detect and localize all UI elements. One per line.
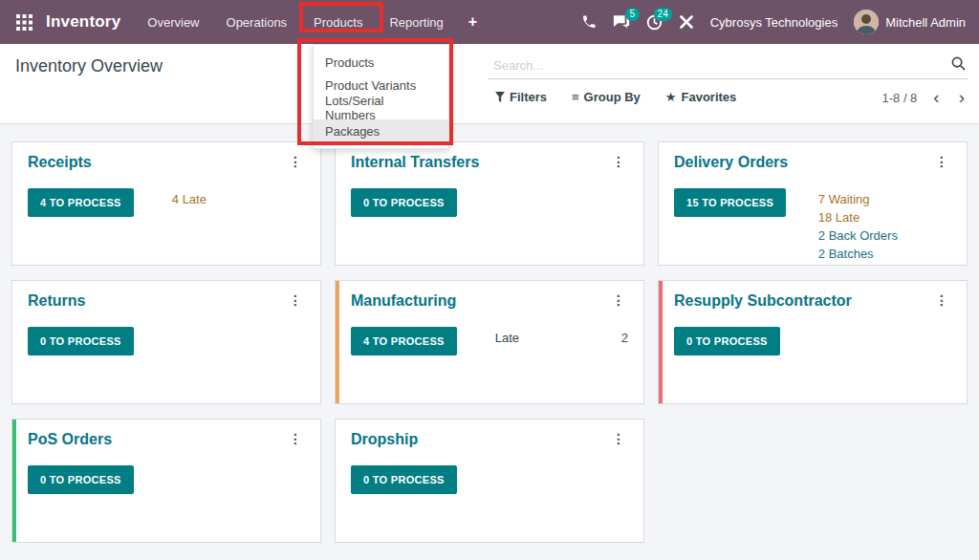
card-accent-stripe — [659, 281, 663, 403]
card-stat-2-back-orders[interactable]: 2 Back Orders — [818, 226, 951, 245]
plus-menu-icon[interactable]: + — [457, 13, 489, 31]
kanban-card-receipts[interactable]: Receipts ⋮ 4 TO PROCESS 4 Late — [11, 141, 321, 266]
card-title[interactable]: Returns — [28, 292, 85, 310]
filters-label: Filters — [510, 90, 547, 104]
nav-item-products[interactable]: Products — [300, 0, 376, 44]
stat-text: 2 Back Orders — [818, 228, 898, 243]
card-header: Returns ⋮ — [28, 292, 305, 310]
card-header: Dropship ⋮ — [351, 431, 628, 448]
group-by-icon: ≡ — [572, 90, 579, 104]
user-avatar-svg — [854, 10, 879, 34]
pager-value: 1-8 / 8 — [881, 91, 917, 105]
card-stat-2-batches[interactable]: 2 Batches — [818, 245, 951, 263]
nav-item-reporting[interactable]: Reporting — [376, 0, 456, 44]
favorites-star-icon: ★ — [665, 90, 677, 104]
to-process-button[interactable]: 4 TO PROCESS — [351, 327, 457, 355]
kanban-card-resupply-subcontractor[interactable]: Resupply Subcontractor ⋮ 0 TO PROCESS — [658, 280, 968, 404]
phone-icon[interactable] — [581, 14, 597, 30]
card-stats — [172, 465, 305, 494]
products-dropdown-menu: ProductsProduct VariantsLots/Serial Numb… — [313, 44, 449, 149]
kanban-card-manufacturing[interactable]: Manufacturing ⋮ 4 TO PROCESS Late2 — [335, 280, 644, 404]
to-process-button[interactable]: 0 TO PROCESS — [351, 465, 457, 494]
group-by-label: Group By — [584, 90, 641, 104]
card-header: Resupply Subcontractor ⋮ — [674, 292, 951, 310]
filters-button[interactable]: Filters — [495, 90, 547, 104]
app-name[interactable]: Inventory — [46, 12, 120, 32]
card-title[interactable]: PoS Orders — [28, 431, 112, 448]
card-button-zone: 4 TO PROCESS — [28, 188, 172, 217]
card-title[interactable]: Delivery Orders — [674, 154, 788, 171]
kebab-menu-icon[interactable]: ⋮ — [609, 154, 628, 169]
card-body: 0 TO PROCESS — [674, 327, 951, 355]
card-body: 4 TO PROCESS 4 Late — [28, 188, 305, 217]
card-title[interactable]: Receipts — [28, 154, 92, 171]
tools-wrench-icon[interactable] — [679, 14, 694, 30]
kebab-menu-icon[interactable]: ⋮ — [932, 292, 951, 308]
card-stat-7-waiting[interactable]: 7 Waiting — [818, 190, 951, 208]
kanban-card-delivery-orders[interactable]: Delivery Orders ⋮ 15 TO PROCESS 7 Waitin… — [658, 141, 968, 266]
dropdown-item-packages[interactable]: Packages — [314, 119, 448, 142]
page-title: Inventory Overview — [15, 56, 163, 76]
dropdown-item-products[interactable]: Products — [314, 51, 448, 74]
nav-item-operations[interactable]: Operations — [213, 0, 301, 44]
dropdown-item-lots-serial-numbers[interactable]: Lots/Serial Numbers — [314, 97, 448, 119]
user-name: Mitchell Admin — [885, 15, 966, 30]
kebab-menu-icon[interactable]: ⋮ — [286, 154, 305, 169]
search-box — [488, 54, 968, 79]
to-process-button[interactable]: 15 TO PROCESS — [674, 188, 786, 217]
to-process-button[interactable]: 0 TO PROCESS — [674, 327, 780, 355]
card-header: Receipts ⋮ — [28, 154, 305, 171]
messages-icon[interactable]: 5 — [613, 14, 630, 30]
group-by-button[interactable]: ≡ Group By — [572, 90, 641, 104]
activities-clock-icon[interactable]: 24 — [646, 14, 663, 31]
to-process-button[interactable]: 0 TO PROCESS — [28, 465, 134, 494]
kanban-card-returns[interactable]: Returns ⋮ 0 TO PROCESS — [11, 280, 321, 404]
kebab-menu-icon[interactable]: ⋮ — [932, 154, 951, 169]
pager: 1-8 / 8 ‹ › — [881, 90, 968, 105]
tools-wrench-icon-svg — [679, 14, 694, 30]
nav-item-overview[interactable]: Overview — [134, 0, 212, 44]
card-header: PoS Orders ⋮ — [28, 431, 305, 448]
stat-value: 2 — [621, 329, 628, 347]
apps-grid-icon[interactable] — [11, 10, 36, 34]
company-name[interactable]: Cybrosys Technologies — [710, 15, 838, 30]
card-body: 15 TO PROCESS 7 Waiting18 Late2 Back Ord… — [674, 188, 951, 263]
to-process-button[interactable]: 0 TO PROCESS — [351, 188, 457, 217]
filter-funnel-icon — [495, 92, 505, 102]
card-stat-18-late[interactable]: 18 Late — [818, 208, 951, 226]
card-button-zone: 4 TO PROCESS — [351, 327, 495, 355]
card-stat-4-late[interactable]: 4 Late — [172, 190, 305, 208]
card-header: Manufacturing ⋮ — [351, 292, 628, 310]
card-button-zone: 0 TO PROCESS — [28, 465, 172, 494]
kebab-menu-icon[interactable]: ⋮ — [286, 431, 305, 446]
search-input[interactable] — [488, 54, 968, 79]
user-menu[interactable]: Mitchell Admin — [854, 10, 966, 34]
card-title[interactable]: Resupply Subcontractor — [674, 292, 852, 310]
pager-previous-icon[interactable]: ‹ — [930, 90, 942, 105]
kebab-menu-icon[interactable]: ⋮ — [609, 431, 628, 446]
kebab-menu-icon[interactable]: ⋮ — [609, 292, 628, 308]
kebab-menu-icon[interactable]: ⋮ — [286, 292, 305, 308]
systray: 5 24 Cybrosys Technologies Mitchel — [581, 10, 966, 34]
card-button-zone: 0 TO PROCESS — [28, 327, 172, 355]
card-stat-late[interactable]: Late2 — [495, 329, 628, 347]
to-process-button[interactable]: 4 TO PROCESS — [28, 188, 134, 217]
card-title[interactable]: Manufacturing — [351, 292, 456, 310]
top-navbar: Inventory OverviewOperationsProductsRepo… — [0, 0, 979, 44]
card-title[interactable]: Internal Transfers — [351, 154, 479, 171]
search-icon[interactable] — [951, 56, 966, 75]
card-header: Delivery Orders ⋮ — [674, 154, 951, 171]
card-header: Internal Transfers ⋮ — [351, 154, 628, 171]
card-stats — [495, 465, 628, 494]
kanban-card-pos-orders[interactable]: PoS Orders ⋮ 0 TO PROCESS — [11, 419, 321, 543]
pager-next-icon[interactable]: › — [956, 90, 968, 105]
card-body: 0 TO PROCESS — [28, 327, 305, 355]
card-button-zone: 0 TO PROCESS — [351, 188, 495, 217]
kanban-card-internal-transfers[interactable]: Internal Transfers ⋮ 0 TO PROCESS — [335, 141, 644, 266]
kanban-card-dropship[interactable]: Dropship ⋮ 0 TO PROCESS — [335, 419, 644, 543]
card-button-zone: 0 TO PROCESS — [674, 327, 818, 355]
favorites-button[interactable]: ★ Favorites — [665, 90, 736, 104]
to-process-button[interactable]: 0 TO PROCESS — [28, 327, 134, 355]
card-button-zone: 15 TO PROCESS — [674, 188, 818, 263]
card-title[interactable]: Dropship — [351, 431, 418, 448]
